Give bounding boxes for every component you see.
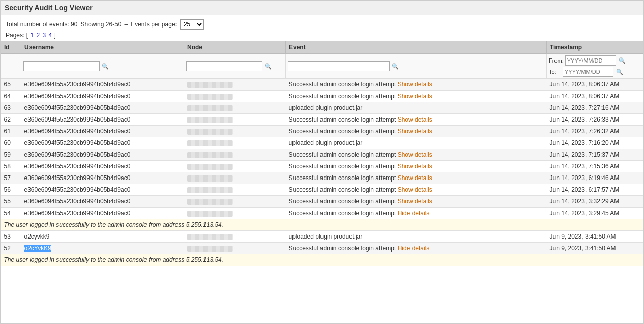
cell-node [184,243,286,254]
date-from-input[interactable] [565,55,616,66]
show-details-link[interactable]: Show details [398,81,432,88]
cell-timestamp: Jun 14, 2023, 7:16:20 AM [547,137,643,149]
per-page-select[interactable]: 10 25 50 100 [180,19,204,30]
cell-timestamp: Jun 14, 2023, 3:29:45 AM [547,208,643,219]
cell-id: 60 [1,137,21,149]
show-details-link[interactable]: Show details [398,163,432,170]
filter-id-cell [1,54,21,79]
hide-details-link[interactable]: Hide details [398,245,430,252]
username-filter-input[interactable] [23,61,100,71]
col-timestamp: Timestamp [547,41,643,54]
highlighted-username: o2cYvkK9 [24,245,51,252]
node-filter-input[interactable] [186,61,262,71]
show-details-link[interactable]: Show details [398,93,432,100]
show-details-link[interactable]: Show details [398,128,432,135]
col-node: Node [184,41,286,54]
table-row: 65e360e6094f55a230cb9994b05b4d9ac0Succes… [1,79,643,91]
cell-id: 52 [1,243,21,254]
event-search-button[interactable]: 🔍 [391,63,400,70]
cell-username: e360e6094f55a230cb9994b05b4d9ac0 [21,126,184,137]
cell-id: 59 [1,149,21,161]
page-link-1[interactable]: 1 [30,32,34,39]
cell-username: e360e6094f55a230cb9994b05b4d9ac0 [21,137,184,149]
cell-id: 64 [1,91,21,102]
cell-id: 57 [1,172,21,184]
pages-label: Pages: [6,32,24,39]
cell-username: e360e6094f55a230cb9994b05b4d9ac0 [21,208,184,219]
page-link-2[interactable]: 2 [36,32,40,39]
cell-timestamp: Jun 9, 2023, 3:41:50 AM [547,243,643,254]
node-blur [187,117,233,123]
pagination: Pages: [ 1 2 3 4 ] [6,32,638,39]
controls-top: Total number of events: 90 Showing 26-50… [6,19,638,30]
cell-id: 65 [1,79,21,91]
page-link-4[interactable]: 4 [48,32,52,39]
filter-event-cell: 🔍 [286,54,547,79]
date-to-input[interactable] [563,67,613,77]
detail-row-cell: The user logged in successfully to the a… [1,254,643,266]
cell-timestamp: Jun 14, 2023, 7:15:36 AM [547,161,643,172]
cell-username: e360e6094f55a230cb9994b05b4d9ac0 [21,184,184,196]
show-details-link[interactable]: Show details [398,116,432,123]
from-label: From: [549,57,564,64]
date-to-search-button[interactable]: 🔍 [615,69,624,75]
cell-node [184,172,286,184]
show-details-link[interactable]: Show details [398,151,432,158]
col-id: Id [1,41,21,54]
filter-username-cell: 🔍 [21,54,184,79]
cell-username: e360e6094f55a230cb9994b05b4d9ac0 [21,161,184,172]
table-row: 63e360e6094f55a230cb9994b05b4d9ac0upload… [1,102,643,114]
cell-event: Successful admin console login attempt S… [286,114,547,126]
cell-username: e360e6094f55a230cb9994b05b4d9ac0 [21,172,184,184]
node-blur [187,211,233,217]
cell-id: 54 [1,208,21,219]
cell-timestamp: Jun 14, 2023, 8:06:37 AM [547,91,643,102]
per-page-label: Events per page: [131,21,177,28]
hide-details-link[interactable]: Hide details [398,210,430,217]
cell-node [184,102,286,114]
show-details-link[interactable]: Show details [398,198,432,205]
cell-event: Successful admin console login attempt S… [286,161,547,172]
table-row: The user logged in successfully to the a… [1,254,643,266]
filter-node-cell: 🔍 [184,54,286,79]
filter-row: 🔍 🔍 🔍 [1,54,643,79]
node-blur [187,82,233,88]
table-row: 55e360e6094f55a230cb9994b05b4d9ac0Succes… [1,196,643,208]
username-search-button[interactable]: 🔍 [101,63,110,70]
cell-event: uploaded plugin product.jar [286,137,547,149]
audit-log-table: Id Username Node Event Timestamp 🔍 [1,41,643,266]
node-blur [187,129,233,135]
node-blur [187,105,233,111]
event-filter-input[interactable] [288,61,390,71]
cell-node [184,208,286,219]
table-row: 54e360e6094f55a230cb9994b05b4d9ac0Succes… [1,208,643,219]
node-blur [187,140,233,146]
app-title: Security Audit Log Viewer [5,4,93,12]
show-details-link[interactable]: Show details [398,174,432,182]
node-search-button[interactable]: 🔍 [264,63,273,70]
cell-timestamp: Jun 9, 2023, 3:41:50 AM [547,231,643,243]
page-link-3[interactable]: 3 [42,32,46,39]
cell-event: Successful admin console login attempt S… [286,91,547,102]
cell-username: e360e6094f55a230cb9994b05b4d9ac0 [21,149,184,161]
node-blur [187,187,233,193]
show-details-link[interactable]: Show details [398,186,432,193]
col-event: Event [286,41,547,54]
col-username: Username [21,41,184,54]
cell-event: uploaded plugin product.jar [286,231,547,243]
cell-node [184,79,286,91]
cell-node [184,126,286,137]
cell-id: 56 [1,184,21,196]
table-row: 61e360e6094f55a230cb9994b05b4d9ac0Succes… [1,126,643,137]
node-blur [187,152,233,158]
cell-node [184,91,286,102]
controls-area: Total number of events: 90 Showing 26-50… [1,15,643,41]
table-row: 62e360e6094f55a230cb9994b05b4d9ac0Succes… [1,114,643,126]
cell-timestamp: Jun 14, 2023, 7:27:16 AM [547,102,643,114]
date-from-search-button[interactable]: 🔍 [618,57,627,64]
table-row: 64e360e6094f55a230cb9994b05b4d9ac0Succes… [1,91,643,102]
cell-id: 61 [1,126,21,137]
cell-node [184,161,286,172]
node-blur [187,234,233,240]
table-row: 56e360e6094f55a230cb9994b05b4d9ac0Succes… [1,184,643,196]
